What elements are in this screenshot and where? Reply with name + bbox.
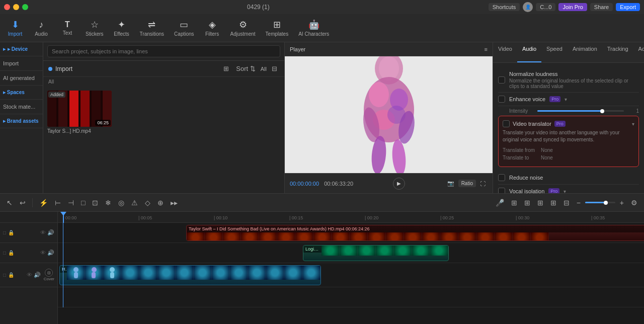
sidebar-item-import[interactable]: Import — [0, 56, 43, 71]
normalize-checkbox[interactable] — [498, 76, 505, 84]
zoom-out-button[interactable]: − — [574, 198, 583, 208]
toolbar-audio[interactable]: ♪ Audio — [28, 18, 54, 39]
export-button[interactable]: Export — [616, 3, 640, 11]
main-video-clip[interactable]: Taylor Swift – I Did Something Bad (Live… — [186, 225, 644, 241]
track1-icon-2[interactable]: 🔊 — [47, 229, 54, 236]
toolbar-transitions[interactable]: ⇌ Transitions — [135, 17, 170, 39]
split-button[interactable]: ⚡ — [37, 198, 50, 208]
spaces-group-header[interactable]: ▸ Spaces — [0, 86, 43, 100]
reduce-noise-label: Reduce noise — [509, 175, 543, 181]
minimize-button[interactable] — [13, 4, 19, 10]
track3-icon-2[interactable]: 🔊 — [34, 272, 41, 278]
mic-button[interactable]: 🎤 — [493, 198, 507, 208]
reduce-noise-checkbox[interactable] — [498, 174, 505, 181]
grid-snap-button[interactable]: ⊞ — [509, 198, 520, 208]
logistics-clip[interactable]: Logistics – Trucking. Back view. 00:00:1… — [303, 245, 449, 261]
account-button[interactable]: C...0 — [536, 3, 555, 11]
grid-view-button[interactable]: ⊞ — [221, 64, 231, 73]
share-button[interactable]: Share — [590, 3, 613, 11]
trim-left-button[interactable]: ⊢ — [52, 198, 63, 208]
crop-button[interactable]: ⊡ — [90, 198, 101, 208]
shortcuts-button[interactable]: Shortcuts — [489, 3, 520, 11]
link-button[interactable]: ⊞ — [522, 198, 533, 208]
toolbar-text[interactable]: T Text — [54, 18, 80, 38]
cartoon-thumb-row — [67, 266, 320, 280]
tab-audio[interactable]: Audio — [517, 42, 541, 62]
track3-eye-icon[interactable]: 🔒 — [8, 272, 14, 278]
track2-icon-2[interactable]: 🔊 — [47, 250, 54, 256]
trim-right-button[interactable]: ⊣ — [65, 198, 76, 208]
preview-menu-icon[interactable]: ≡ — [485, 46, 488, 52]
svg-rect-21 — [92, 272, 96, 278]
vocal-isolation-expand[interactable]: ▾ — [564, 189, 566, 194]
media-item[interactable]: Added 06:25 Taylor S...] HD.mp4 — [47, 91, 113, 134]
undo-button[interactable]: ↩ — [17, 198, 28, 208]
delete-button[interactable]: □ — [78, 198, 88, 208]
track1-lock-icon[interactable]: □ — [3, 230, 6, 235]
select-tool-button[interactable]: ↖ — [4, 198, 15, 208]
sidebar-item-stock[interactable]: Stock mate... — [0, 100, 43, 114]
track1-eye-icon[interactable]: 🔒 — [8, 230, 14, 235]
enhance-checkbox[interactable] — [498, 96, 505, 103]
toolbar-captions[interactable]: ▭ Captions — [169, 17, 199, 39]
maximize-button[interactable] — [22, 4, 28, 10]
toolbar-effects[interactable]: ✦ Effects — [109, 17, 135, 39]
tab-speed[interactable]: Speed — [541, 42, 568, 62]
track2-lock-icon[interactable]: □ — [3, 250, 6, 256]
play-button[interactable]: ▶ — [393, 178, 405, 190]
intensity-label: Intensity — [509, 108, 534, 114]
screenshot-button[interactable]: 📷 — [445, 179, 456, 188]
audio-link-button[interactable]: ⊞ — [535, 198, 546, 208]
warning-button[interactable]: ⚠ — [129, 198, 140, 208]
zoom-in-button[interactable]: + — [617, 198, 626, 208]
zoom-slider[interactable] — [585, 202, 615, 203]
track1-icon-1[interactable]: 👁 — [40, 229, 46, 236]
brand-assets-group-header[interactable]: ▸ Brand assets — [0, 114, 43, 128]
device-group-header[interactable]: ▸ ▸ Device — [0, 42, 43, 56]
vt-pro-badge: Pro — [554, 121, 566, 127]
sort-button[interactable]: Sort ⇅ — [234, 64, 257, 73]
tab-video[interactable]: Video — [493, 42, 517, 62]
toolbar-filters[interactable]: ◈ Filters — [199, 17, 225, 39]
ratio-button[interactable]: Ratio — [458, 180, 476, 187]
freeze-button[interactable]: ❄ — [103, 198, 114, 208]
timeline-tracks-area[interactable]: | 00:00 | 00:05 | 00:10 | 00:15 | 00:20 … — [58, 212, 644, 324]
vt-expand-arrow[interactable]: ▾ — [632, 121, 634, 127]
track2-eye-icon[interactable]: 🔒 — [8, 250, 14, 256]
fullscreen-button[interactable]: ⛶ — [478, 180, 488, 188]
split-audio-button[interactable]: ⊞ — [548, 198, 559, 208]
track2-icon-1[interactable]: 👁 — [40, 250, 46, 256]
insert-button[interactable]: ⊟ — [561, 198, 572, 208]
settings-button[interactable]: ⚙ — [628, 198, 640, 208]
record-button[interactable]: ◎ — [116, 198, 127, 208]
filter-button[interactable]: ⊟ — [270, 64, 279, 73]
join-pro-button[interactable]: Join Pro — [558, 3, 587, 11]
toolbar-adjustment[interactable]: ⚙ Adjustment — [225, 17, 261, 39]
toolbar-stickers[interactable]: ☆ Stickers — [80, 17, 109, 39]
toolbar-templates[interactable]: ⊞ Templates — [261, 17, 294, 39]
cartoon-frame-12 — [266, 266, 284, 280]
cartoon-clip[interactable]: Hairy 3d cartoon, fun hip hop and samba … — [59, 265, 321, 285]
tab-tracking[interactable]: Tracking — [602, 42, 633, 62]
toolbar-ai-characters[interactable]: 🤖 AI Characters — [293, 17, 334, 39]
enhance-expand-arrow[interactable]: ▾ — [565, 97, 567, 102]
search-input[interactable] — [47, 45, 280, 57]
sidebar-item-ai-generated[interactable]: AI generated — [0, 71, 43, 86]
vt-checkbox[interactable] — [503, 120, 510, 127]
copy-button[interactable]: ⊕ — [155, 198, 166, 208]
close-button[interactable] — [4, 4, 10, 10]
translate-from-row: Translate from None — [503, 147, 634, 153]
track3-icon-1[interactable]: 👁 — [27, 272, 32, 278]
intensity-slider[interactable] — [537, 110, 624, 112]
track3-lock-icon[interactable]: □ — [3, 272, 6, 278]
vocal-isolation-pro-badge: Pro — [548, 188, 559, 193]
vocal-isolation-checkbox[interactable] — [498, 188, 505, 193]
track-headers: □ 🔒 👁 🔊 □ 🔒 👁 🔊 □ 🔒 — [0, 212, 58, 324]
tab-adjustment[interactable]: Adjustment — [633, 42, 644, 62]
cartoon-label: Hairy 3d cartoon, fun hip hop and samba … — [60, 266, 67, 273]
speed-button[interactable]: ▸▸ — [168, 198, 180, 208]
toolbar-import[interactable]: ⬇ Import — [2, 17, 28, 39]
tab-animation[interactable]: Animation — [568, 42, 602, 62]
cartoon-frame-6 — [157, 266, 176, 280]
diamond-button[interactable]: ◇ — [142, 198, 153, 208]
